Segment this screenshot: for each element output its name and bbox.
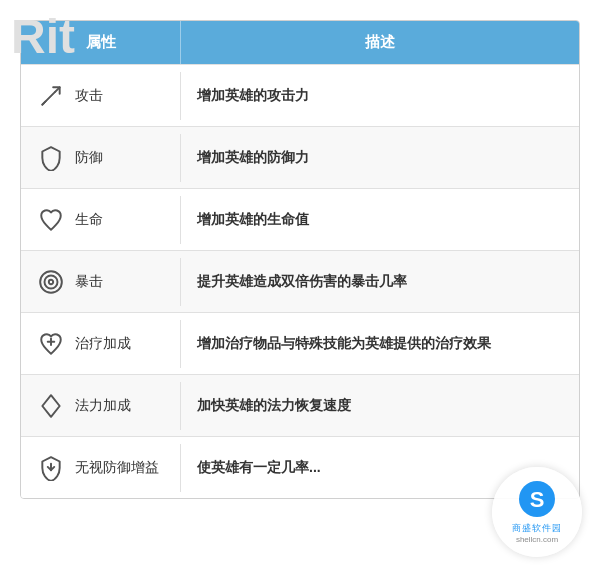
heart-plus-icon	[37, 330, 65, 358]
watermark: S 商盛软件园 shellcn.com	[492, 467, 582, 557]
attr-name-3: 暴击	[75, 273, 103, 291]
attr-cell-3: 暴击	[21, 258, 181, 306]
heart-icon	[37, 206, 65, 234]
table-header: 属性 描述	[21, 21, 579, 64]
diamond-icon	[37, 392, 65, 420]
desc-cell-1: 增加英雄的防御力	[181, 139, 579, 177]
attr-cell-4: 治疗加成	[21, 320, 181, 368]
sword-icon	[37, 82, 65, 110]
table-row: 治疗加成增加治疗物品与特殊技能为英雄提供的治疗效果	[21, 312, 579, 374]
attr-name-4: 治疗加成	[75, 335, 131, 353]
svg-text:S: S	[530, 487, 545, 512]
header-desc: 描述	[181, 21, 579, 64]
shield-down-icon	[37, 454, 65, 482]
attr-cell-1: 防御	[21, 134, 181, 182]
attr-name-5: 法力加成	[75, 397, 131, 415]
attr-name-1: 防御	[75, 149, 103, 167]
desc-cell-4: 增加治疗物品与特殊技能为英雄提供的治疗效果	[181, 325, 579, 363]
shield-icon	[37, 144, 65, 172]
attr-name-6: 无视防御增益	[75, 459, 159, 477]
table-container: 属性 描述 攻击增加英雄的攻击力防御增加英雄的防御力生命增加英雄的生命值暴击提升…	[20, 20, 580, 499]
table-row: 防御增加英雄的防御力	[21, 126, 579, 188]
attr-name-0: 攻击	[75, 87, 103, 105]
desc-cell-5: 加快英雄的法力恢复速度	[181, 387, 579, 425]
watermark-url: shellcn.com	[516, 535, 558, 544]
attr-cell-2: 生命	[21, 196, 181, 244]
desc-cell-0: 增加英雄的攻击力	[181, 77, 579, 115]
table-row: 无视防御增益使英雄有一定几率...	[21, 436, 579, 498]
rit-label: Rit	[11, 9, 75, 64]
desc-cell-2: 增加英雄的生命值	[181, 201, 579, 239]
watermark-inner: S 商盛软件园 shellcn.com	[512, 481, 562, 544]
watermark-logo: S	[519, 481, 555, 522]
table-body: 攻击增加英雄的攻击力防御增加英雄的防御力生命增加英雄的生命值暴击提升英雄造成双倍…	[21, 64, 579, 498]
desc-cell-3: 提升英雄造成双倍伤害的暴击几率	[181, 263, 579, 301]
table-row: 法力加成加快英雄的法力恢复速度	[21, 374, 579, 436]
attr-name-2: 生命	[75, 211, 103, 229]
target-icon	[37, 268, 65, 296]
table-row: 暴击提升英雄造成双倍伤害的暴击几率	[21, 250, 579, 312]
attr-cell-6: 无视防御增益	[21, 444, 181, 492]
table-row: 生命增加英雄的生命值	[21, 188, 579, 250]
table-row: 攻击增加英雄的攻击力	[21, 64, 579, 126]
attr-cell-5: 法力加成	[21, 382, 181, 430]
watermark-brand: 商盛软件园	[512, 522, 562, 535]
attr-cell-0: 攻击	[21, 72, 181, 120]
